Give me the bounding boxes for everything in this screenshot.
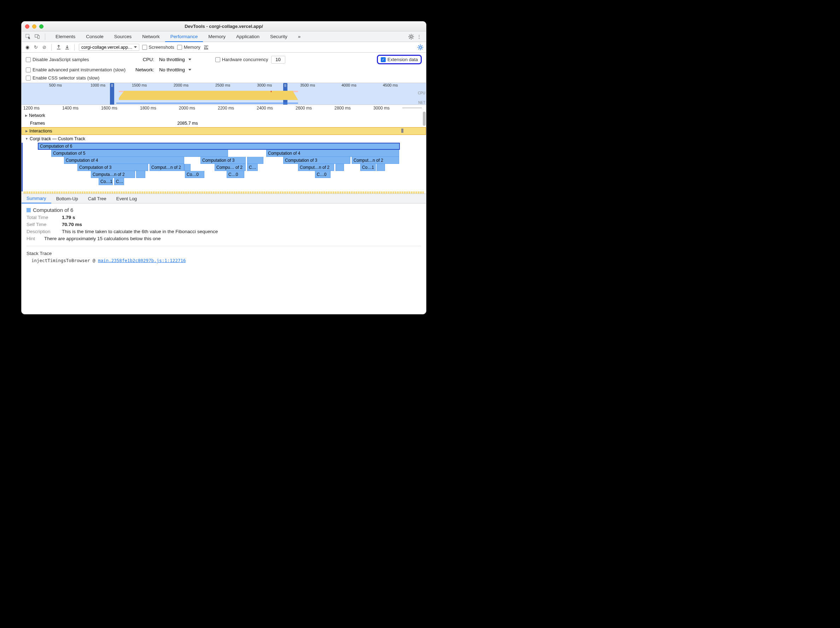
download-icon[interactable] <box>64 44 70 50</box>
kebab-icon[interactable]: ⋮ <box>416 34 422 39</box>
flame-bar[interactable]: Co…0 <box>185 171 204 178</box>
details-tab-calltree[interactable]: Call Tree <box>83 194 111 203</box>
summary-panel: Computation of 6 Total Time1.79 s Self T… <box>22 203 426 267</box>
flame-bar[interactable]: Computation of 3 <box>283 157 351 164</box>
flame-bar[interactable]: Computa…n of 2 <box>91 171 135 178</box>
tab-elements[interactable]: Elements <box>50 32 81 42</box>
flame-bar[interactable]: Comput…n of 2 <box>352 157 399 164</box>
ruler-tick: 1200 ms <box>23 105 39 110</box>
capture-settings-row-1: Disable JavaScript samples CPU: No throt… <box>22 53 426 66</box>
overview-tick: 2500 ms <box>215 83 230 87</box>
flame-bar[interactable]: Comput…n of 2 <box>298 164 334 171</box>
device-mode-icon[interactable] <box>34 34 40 39</box>
flame-bar[interactable]: C… <box>247 164 258 171</box>
flame-bar[interactable]: Computation of 4 <box>266 150 399 157</box>
summary-title: Computation of 6 <box>33 207 73 213</box>
flame-bar[interactable] <box>136 171 145 178</box>
advanced-paint-checkbox[interactable]: Enable advanced paint instrumentation (s… <box>26 67 125 72</box>
ruler-tick: 2600 ms <box>295 105 312 110</box>
capture-settings-row-3: Enable CSS selector stats (slow) <box>22 75 426 83</box>
details-tab-eventlog[interactable]: Event Log <box>111 194 142 203</box>
details-tab-summary[interactable]: Summary <box>22 194 51 203</box>
overview-net-label: NET <box>418 101 425 105</box>
details-tab-bottomup[interactable]: Bottom-Up <box>51 194 83 203</box>
ruler-tick: 1800 ms <box>140 105 156 110</box>
flame-bar[interactable]: Co…1 <box>360 164 376 171</box>
extension-data-checkbox[interactable]: ✓Extension data <box>381 57 418 62</box>
garbage-collect-icon[interactable] <box>203 44 209 50</box>
inspect-icon[interactable] <box>25 34 31 39</box>
memory-checkbox[interactable]: Memory <box>177 44 201 50</box>
window-title: DevTools - corgi-collage.vercel.app/ <box>22 24 426 29</box>
reload-record-icon[interactable]: ↻ <box>33 44 38 50</box>
screenshots-checkbox[interactable]: Screenshots <box>142 44 174 50</box>
details-tabstrip: Summary Bottom-Up Call Tree Event Log <box>22 194 426 203</box>
performance-toolbar: ◉ ↻ ⊘ corgi-collage.vercel.app… Screensh… <box>22 42 426 53</box>
flame-bar[interactable]: Computation of 4 <box>64 157 184 164</box>
flame-bar[interactable]: Comput…n of 2 <box>150 164 184 171</box>
frames-track[interactable]: Frames 2085.7 ms <box>22 120 426 127</box>
tab-performance[interactable]: Performance <box>165 32 203 42</box>
flame-bar[interactable]: C… <box>114 178 124 185</box>
timeline-overview[interactable]: 500 ms1000 ms1500 ms2000 ms2500 ms3000 m… <box>22 83 426 105</box>
flame-bar[interactable] <box>184 164 191 171</box>
main-tabstrip: Elements Console Sources Network Perform… <box>22 31 426 42</box>
tab-sources[interactable]: Sources <box>109 32 137 42</box>
custom-track-header[interactable]: ▼Corgi track — Custom Track <box>22 135 426 143</box>
flame-bar[interactable] <box>247 157 264 164</box>
svg-point-3 <box>410 36 412 38</box>
flame-bar[interactable]: Computation of 6 <box>38 143 400 150</box>
network-label: Network: <box>136 67 154 72</box>
record-icon[interactable]: ◉ <box>24 44 30 50</box>
detailed-ruler[interactable]: 1200 ms1400 ms1600 ms1800 ms2000 ms2200 … <box>22 105 426 112</box>
flame-bar[interactable] <box>335 164 344 171</box>
flame-chart[interactable]: Computation of 6Computation of 5Computat… <box>22 143 426 192</box>
svg-point-4 <box>419 46 422 49</box>
clear-icon[interactable]: ⊘ <box>41 44 47 50</box>
gear-icon[interactable] <box>408 34 414 39</box>
flame-bar[interactable]: Computation of 3 <box>77 164 148 171</box>
flame-bar[interactable]: Compu… of 2 <box>215 164 246 171</box>
tab-console[interactable]: Console <box>81 32 109 42</box>
more-tabs-icon[interactable]: » <box>293 32 306 42</box>
flame-bar[interactable]: Co…1 <box>99 178 113 185</box>
ruler-tick: 2000 ms <box>179 105 195 110</box>
cpu-throttle-select[interactable]: No throttling <box>157 56 193 63</box>
ruler-tick: 2800 ms <box>335 105 351 110</box>
devtools-window: DevTools - corgi-collage.vercel.app/ Ele… <box>21 21 426 314</box>
capture-settings-row-2: Enable advanced paint instrumentation (s… <box>22 66 426 75</box>
tab-network[interactable]: Network <box>137 32 165 42</box>
overview-tick: 500 ms <box>49 83 62 87</box>
tab-application[interactable]: Application <box>231 32 265 42</box>
tab-memory[interactable]: Memory <box>203 32 231 42</box>
flame-bar[interactable]: C…0 <box>227 171 244 178</box>
summary-color-swatch <box>27 208 31 212</box>
overview-tick: 4500 ms <box>383 83 398 87</box>
ruler-tick: 2200 ms <box>218 105 234 110</box>
flame-bar[interactable]: Computation of 5 <box>51 150 228 157</box>
network-throttle-select[interactable]: No throttling <box>157 66 193 73</box>
upload-icon[interactable] <box>56 44 62 50</box>
network-track-header[interactable]: ▶Network <box>22 112 426 120</box>
hardware-concurrency-checkbox[interactable]: Hardware concurrency <box>215 57 268 62</box>
overview-tick: 1000 ms <box>90 83 105 87</box>
tracks-scrollbar[interactable] <box>423 112 426 126</box>
hardware-concurrency-input[interactable] <box>271 56 285 64</box>
tab-security[interactable]: Security <box>265 32 293 42</box>
recording-select[interactable]: corgi-collage.vercel.app… <box>79 44 139 51</box>
flame-bar[interactable]: Computation of 3 <box>201 157 246 164</box>
disable-js-samples-checkbox[interactable]: Disable JavaScript samples <box>26 57 89 62</box>
overview-handle-left[interactable] <box>110 83 114 105</box>
flame-bar[interactable] <box>376 164 385 171</box>
flame-bar[interactable]: C…0 <box>315 171 330 178</box>
stack-trace-entry: injectTimingsToBrowser @ main.2358fe1b2c… <box>27 258 421 263</box>
css-selector-stats-checkbox[interactable]: Enable CSS selector stats (slow) <box>26 75 99 80</box>
ruler-tick: 2400 ms <box>257 105 273 110</box>
stack-trace-source-link[interactable]: main.2358fe1b2c80297b.js:1:122716 <box>98 258 186 263</box>
titlebar: DevTools - corgi-collage.vercel.app/ <box>22 22 426 31</box>
cpu-label: CPU: <box>143 57 154 62</box>
interactions-track-header[interactable]: ▶Interactions <box>22 127 426 135</box>
panel-tabs: Elements Console Sources Network Perform… <box>50 32 306 42</box>
extension-data-highlight: ✓Extension data <box>377 55 422 64</box>
capture-settings-gear-icon[interactable] <box>417 44 423 50</box>
